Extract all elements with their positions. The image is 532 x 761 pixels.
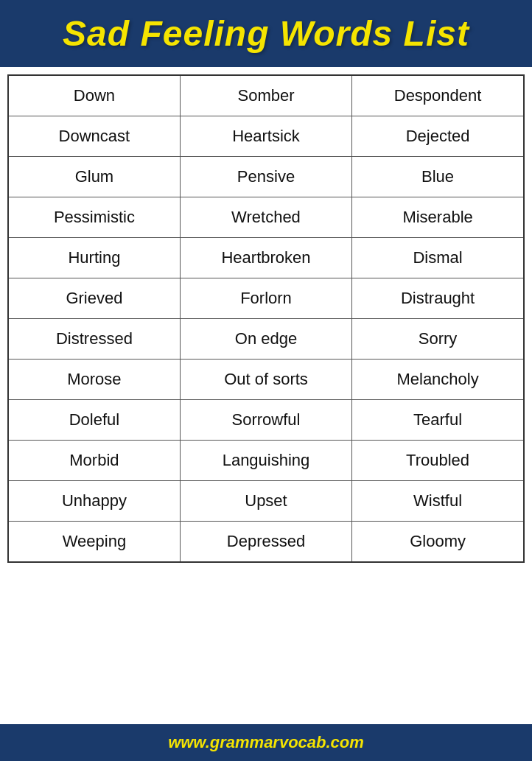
cell-r8-c2: Tearful — [352, 400, 524, 441]
cell-r6-c1: On edge — [180, 319, 351, 360]
cell-r9-c1: Languishing — [180, 441, 351, 481]
header-section: Sad Feeling Words List — [0, 0, 532, 67]
table-container: DownSomberDespondentDowncastHeartsickDej… — [0, 67, 532, 724]
cell-r0-c1: Somber — [180, 75, 351, 116]
cell-r7-c1: Out of sorts — [180, 360, 351, 400]
table-row: DownSomberDespondent — [8, 75, 524, 116]
table-row: DolefulSorrowfulTearful — [8, 400, 524, 441]
cell-r4-c1: Heartbroken — [180, 238, 351, 278]
cell-r3-c1: Wretched — [180, 197, 351, 238]
cell-r2-c2: Blue — [352, 157, 524, 197]
cell-r10-c1: Upset — [180, 481, 351, 522]
cell-r1-c0: Downcast — [8, 116, 180, 157]
cell-r9-c0: Morbid — [8, 441, 180, 481]
words-table: DownSomberDespondentDowncastHeartsickDej… — [7, 74, 525, 563]
cell-r7-c0: Morose — [8, 360, 180, 400]
table-row: DowncastHeartsickDejected — [8, 116, 524, 157]
cell-r11-c2: Gloomy — [352, 522, 524, 563]
table-row: MorbidLanguishingTroubled — [8, 441, 524, 481]
cell-r7-c2: Melancholy — [352, 360, 524, 400]
cell-r8-c1: Sorrowful — [180, 400, 351, 441]
cell-r1-c1: Heartsick — [180, 116, 351, 157]
cell-r1-c2: Dejected — [352, 116, 524, 157]
cell-r9-c2: Troubled — [352, 441, 524, 481]
cell-r4-c2: Dismal — [352, 238, 524, 278]
cell-r10-c2: Wistful — [352, 481, 524, 522]
footer-section: www.grammarvocab.com — [0, 724, 532, 761]
cell-r10-c0: Unhappy — [8, 481, 180, 522]
page-title: Sad Feeling Words List — [63, 14, 469, 53]
cell-r4-c0: Hurting — [8, 238, 180, 278]
cell-r0-c2: Despondent — [352, 75, 524, 116]
cell-r5-c0: Grieved — [8, 278, 180, 319]
cell-r5-c2: Distraught — [352, 278, 524, 319]
table-row: GlumPensiveBlue — [8, 157, 524, 197]
cell-r5-c1: Forlorn — [180, 278, 351, 319]
cell-r11-c0: Weeping — [8, 522, 180, 563]
cell-r8-c0: Doleful — [8, 400, 180, 441]
cell-r2-c0: Glum — [8, 157, 180, 197]
cell-r3-c0: Pessimistic — [8, 197, 180, 238]
table-row: MoroseOut of sortsMelancholy — [8, 360, 524, 400]
table-row: GrievedForlornDistraught — [8, 278, 524, 319]
table-row: PessimisticWretchedMiserable — [8, 197, 524, 238]
table-row: WeepingDepressedGloomy — [8, 522, 524, 563]
table-row: DistressedOn edgeSorry — [8, 319, 524, 360]
footer-url: www.grammarvocab.com — [168, 733, 364, 751]
cell-r3-c2: Miserable — [352, 197, 524, 238]
cell-r2-c1: Pensive — [180, 157, 351, 197]
table-row: HurtingHeartbrokenDismal — [8, 238, 524, 278]
table-row: UnhappyUpsetWistful — [8, 481, 524, 522]
cell-r11-c1: Depressed — [180, 522, 351, 563]
cell-r0-c0: Down — [8, 75, 180, 116]
cell-r6-c0: Distressed — [8, 319, 180, 360]
cell-r6-c2: Sorry — [352, 319, 524, 360]
